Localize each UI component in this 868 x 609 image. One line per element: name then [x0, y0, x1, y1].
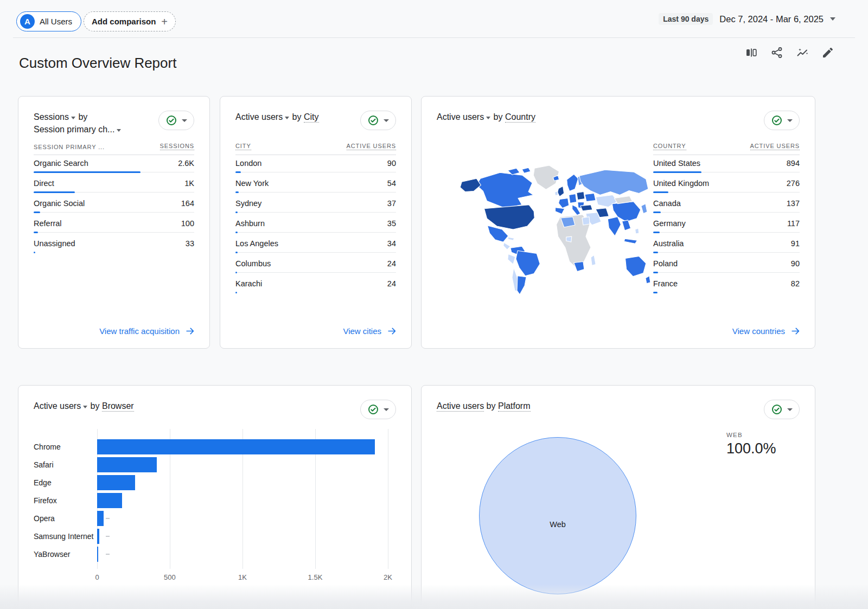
- table-row[interactable]: France 82: [653, 277, 800, 297]
- row-value: 24: [387, 279, 396, 288]
- bar-category-label: YaBrowser: [34, 550, 97, 559]
- column-header-metric[interactable]: SESSIONS: [160, 143, 194, 150]
- chevron-down-icon: [285, 117, 289, 119]
- table-row[interactable]: London 90: [235, 156, 396, 176]
- dimension-selector[interactable]: Country: [505, 112, 535, 123]
- edit-icon[interactable]: [821, 46, 834, 59]
- row-value-bar: [653, 171, 701, 173]
- table-row[interactable]: Unassigned 33: [34, 236, 194, 257]
- card-status-menu[interactable]: [158, 111, 194, 130]
- row-value-bar: [34, 232, 38, 233]
- x-axis-tick-label: 0: [95, 573, 99, 581]
- table-row[interactable]: Direct 1K: [34, 176, 194, 196]
- check-circle-icon: [166, 115, 177, 126]
- column-header-dimension[interactable]: SESSION PRIMARY ...: [34, 144, 105, 150]
- active-users-by-city-card: Active users by City CITY ACTIVE USERS L…: [220, 96, 412, 349]
- table-row[interactable]: Canada 137: [653, 196, 800, 216]
- view-cities-link[interactable]: View cities: [343, 326, 397, 336]
- topbar: A All Users Add comparison + Last 90 day…: [0, 0, 868, 38]
- table-row[interactable]: New York 54: [235, 176, 396, 196]
- column-header-metric[interactable]: ACTIVE USERS: [750, 143, 800, 150]
- column-header-dimension[interactable]: CITY: [235, 143, 251, 150]
- table-row[interactable]: Germany 117: [653, 216, 800, 236]
- metric-selector[interactable]: Active users: [437, 401, 484, 412]
- x-axis-tick-label: 500: [164, 573, 176, 581]
- dimension-selector[interactable]: Browser: [102, 401, 134, 412]
- insights-icon[interactable]: [796, 46, 809, 59]
- active-users-by-country-card: Active users by Country: [421, 96, 815, 349]
- dimension-selector[interactable]: Session primary ch...: [34, 125, 114, 134]
- row-value-bar: [34, 252, 35, 253]
- chevron-down-icon: [71, 117, 75, 119]
- table-header: COUNTRY ACTIVE USERS: [653, 143, 800, 155]
- bar-category-label: Safari: [34, 460, 97, 469]
- table-row[interactable]: Los Angeles 34: [235, 236, 396, 257]
- chevron-down-icon: [787, 119, 793, 122]
- row-value-bar: [235, 191, 239, 193]
- bar[interactable]: [97, 457, 157, 472]
- legend-value: 100.0%: [726, 440, 776, 457]
- add-comparison-button[interactable]: Add comparison +: [84, 11, 176, 31]
- card-status-menu[interactable]: [360, 400, 396, 419]
- row-label: United States: [653, 159, 700, 168]
- active-users-by-browser-card: Active users by Browser 0 500 1K: [18, 385, 412, 609]
- bar[interactable]: [97, 475, 135, 490]
- row-value-bar: [653, 232, 660, 233]
- bar-category-label: Firefox: [34, 496, 97, 505]
- metric-selector[interactable]: Active users: [437, 112, 484, 121]
- column-header-dimension[interactable]: COUNTRY: [653, 143, 686, 150]
- table-header: SESSION PRIMARY ... SESSIONS: [34, 143, 194, 155]
- dimension-selector[interactable]: Platform: [498, 401, 531, 412]
- card-title: Active users by Country: [437, 111, 535, 123]
- x-axis-tick-label: 2K: [384, 573, 392, 581]
- table-row[interactable]: United Kingdom 276: [653, 176, 800, 196]
- table-row[interactable]: Ashburn 35: [235, 216, 396, 236]
- metric-selector[interactable]: Active users: [235, 112, 283, 121]
- share-icon[interactable]: [770, 46, 783, 59]
- card-status-menu[interactable]: [764, 111, 800, 130]
- browser-bar-chart: Chrome Safari Edge: [34, 438, 405, 563]
- card-status-menu[interactable]: [360, 111, 396, 130]
- card-status-menu[interactable]: [764, 400, 800, 419]
- bar[interactable]: [97, 529, 99, 544]
- row-label: Organic Search: [34, 159, 88, 168]
- bar-category-label: Samsung Internet: [34, 532, 97, 541]
- table-row[interactable]: Poland 90: [653, 257, 800, 277]
- row-divider: [235, 172, 396, 172]
- row-divider: [34, 232, 194, 233]
- table-row[interactable]: Referral 100: [34, 216, 194, 236]
- bar[interactable]: [97, 511, 104, 526]
- metric-selector[interactable]: Active users: [34, 401, 81, 411]
- row-value-bar: [235, 272, 237, 273]
- date-range-selector[interactable]: Last 90 days Dec 7, 2024 - Mar 6, 2025: [659, 13, 835, 25]
- row-label: France: [653, 279, 678, 288]
- row-label: Direct: [34, 179, 54, 188]
- comparisons-icon[interactable]: [745, 46, 758, 59]
- bar[interactable]: [97, 493, 122, 508]
- bar[interactable]: [97, 439, 375, 454]
- column-header-metric[interactable]: ACTIVE USERS: [347, 143, 397, 150]
- table-row[interactable]: Organic Search 2.6K: [34, 156, 194, 176]
- dimension-selector[interactable]: City: [304, 112, 319, 123]
- platform-pie-chart[interactable]: Web: [479, 437, 636, 594]
- metric-selector[interactable]: Sessions: [34, 112, 69, 121]
- bar-row: Firefox: [34, 491, 405, 509]
- city-table: CITY ACTIVE USERS London 90 New York: [235, 143, 396, 297]
- view-countries-link[interactable]: View countries: [732, 326, 801, 336]
- view-traffic-acquisition-link[interactable]: View traffic acquisition: [99, 326, 195, 336]
- table-row[interactable]: Sydney 37: [235, 196, 396, 216]
- row-divider: [653, 192, 800, 193]
- all-users-chip[interactable]: A All Users: [16, 11, 81, 31]
- chevron-down-icon: [83, 406, 87, 408]
- table-row[interactable]: United States 894: [653, 156, 800, 176]
- world-map: [453, 161, 653, 297]
- table-row[interactable]: Karachi 24: [235, 277, 396, 297]
- row-value: 164: [181, 199, 194, 208]
- date-range-preset-badge: Last 90 days: [659, 13, 713, 25]
- bar[interactable]: [97, 547, 98, 562]
- bar-track: [97, 547, 405, 562]
- table-row[interactable]: Australia 91: [653, 236, 800, 257]
- row-value-bar: [34, 191, 75, 193]
- table-row[interactable]: Organic Social 164: [34, 196, 194, 216]
- table-row[interactable]: Columbus 24: [235, 257, 396, 277]
